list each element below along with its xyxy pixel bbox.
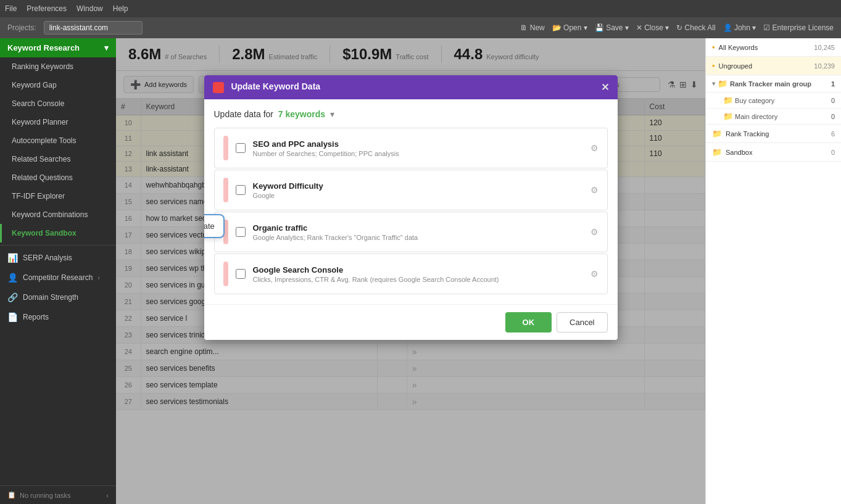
modal-cancel-btn[interactable]: Cancel — [557, 312, 607, 333]
open-btn[interactable]: 📂 Open ▾ — [552, 23, 587, 32]
sidebar-item-related-searches[interactable]: Related Searches — [0, 150, 116, 168]
sidebar-item-reports[interactable]: 📄 Reports — [0, 307, 116, 327]
option-bar-search-console — [223, 262, 228, 286]
option-desc-search-console: Clicks, Impressions, CTR & Avg. Rank (re… — [253, 276, 583, 283]
projects-dropdown[interactable]: link-assistant.com — [44, 21, 143, 35]
rank-tracking-label: Rank Tracking — [726, 130, 769, 138]
callout-choose-factors: Choose factors to update — [204, 214, 225, 238]
right-panel: ▪ All Keywords 10,245 ▪ Ungrouped 10,239… — [705, 38, 841, 504]
license-btn: ☑ Enterprise License — [763, 23, 834, 32]
new-btn[interactable]: 🗎 New — [520, 23, 544, 32]
sidebar-item-keyword-gap[interactable]: Keyword Gap — [0, 76, 116, 94]
right-panel-all-keywords[interactable]: ▪ All Keywords 10,245 — [706, 38, 841, 57]
option-title-search-console: Google Search Console — [253, 265, 583, 275]
sidebar-item-keyword-planner[interactable]: Keyword Planner — [0, 113, 116, 131]
sidebar-item-related-questions[interactable]: Related Questions — [0, 168, 116, 187]
checkbox-search-console[interactable] — [236, 269, 246, 279]
modal-subtitle-text: Update data for — [214, 109, 274, 119]
option-content-difficulty: Keyword Difficulty Google — [253, 181, 583, 199]
option-content-search-console: Google Search Console Clicks, Impression… — [253, 265, 583, 283]
modal-option-organic: Organic traffic Google Analytics; Rank T… — [214, 212, 608, 252]
projects-label: Projects: — [7, 23, 36, 32]
all-keywords-label: All Keywords — [719, 44, 758, 51]
all-keywords-count: 10,245 — [814, 44, 835, 51]
content-area: 8.6M # of Searches 2.8M Estimated traffi… — [116, 38, 705, 504]
gear-icon-difficulty[interactable]: ⚙ — [590, 185, 599, 195]
modal-header-icon — [213, 82, 224, 93]
sidebar-item-serp[interactable]: 📊 SERP Analysis — [0, 248, 116, 268]
option-bar-seo-ppc — [223, 136, 228, 160]
modal-dropdown-arrow[interactable]: ▾ — [330, 109, 334, 119]
modal-option-difficulty: Keyword Difficulty Google ⚙ — [214, 170, 608, 210]
save-btn[interactable]: 💾 Save ▾ — [595, 23, 629, 32]
gear-icon-organic[interactable]: ⚙ — [590, 227, 599, 237]
modal-subtitle: Update data for 7 keywords ▾ — [214, 109, 608, 119]
sidebar-item-autocomplete[interactable]: Autocomplete Tools — [0, 131, 116, 150]
main-directory-label-group: 📁 Main directory — [723, 112, 777, 121]
sidebar-item-search-console[interactable]: Search Console — [0, 94, 116, 113]
option-desc-seo-ppc: Number of Searches; Competition; PPC ana… — [253, 150, 583, 157]
sidebar-item-competitor[interactable]: 👤 Competitor Research › — [0, 268, 116, 287]
folder-icon-ungrouped: ▪ — [712, 61, 715, 70]
folder-icon-main-dir: 📁 — [723, 112, 733, 121]
gear-icon-seo-ppc[interactable]: ⚙ — [590, 143, 599, 153]
check-all-btn[interactable]: ↻ Check All — [676, 23, 715, 32]
checkbox-seo-ppc[interactable] — [236, 143, 246, 153]
checkbox-difficulty[interactable] — [236, 185, 246, 195]
modal-ok-btn[interactable]: OK — [505, 312, 552, 333]
modal-title: Update Keyword Data — [231, 81, 320, 91]
all-keywords-label-group: ▪ All Keywords — [712, 43, 758, 52]
main-directory-label: Main directory — [735, 113, 777, 120]
right-panel-rank-tracking[interactable]: 📁 Rank Tracking 6 — [706, 125, 841, 143]
modal-footer: OK Cancel — [204, 304, 618, 340]
buy-category-label: Buy category — [735, 97, 774, 104]
sidebar-item-sandbox[interactable]: Keyword Sandbox — [0, 224, 116, 242]
sidebar-collapse-btn[interactable]: ‹ — [106, 492, 109, 499]
buy-category-count: 0 — [831, 97, 835, 104]
option-bar-difficulty — [223, 178, 228, 202]
sidebar-section-keyword-research[interactable]: Keyword Research ▾ — [0, 38, 116, 57]
option-title-seo-ppc: SEO and PPC analysis — [253, 139, 583, 149]
modal-keyword-count: 7 keywords — [278, 109, 325, 119]
sidebar-section-arrow: ▾ — [104, 43, 109, 52]
checkbox-organic[interactable] — [236, 227, 246, 237]
modal-option-seo-ppc: SEO and PPC analysis Number of Searches;… — [214, 128, 608, 168]
projects-actions: 🗎 New 📂 Open ▾ 💾 Save ▾ ✕ Close ▾ ↻ Chec… — [520, 23, 834, 32]
sidebar-item-tfidf[interactable]: TF-IDF Explorer — [0, 187, 116, 205]
projects-bar: Projects: link-assistant.com 🗎 New 📂 Ope… — [0, 17, 841, 38]
sidebar-section-title: Keyword Research — [7, 43, 80, 52]
right-panel-sandbox[interactable]: 📁 Sandbox 0 — [706, 143, 841, 162]
rank-tracking-count: 6 — [831, 130, 835, 138]
option-content-seo-ppc: SEO and PPC analysis Number of Searches;… — [253, 139, 583, 157]
menu-preferences[interactable]: Preferences — [27, 4, 67, 13]
right-panel-main-directory[interactable]: 📁 Main directory 0 — [706, 109, 841, 125]
menu-window[interactable]: Window — [77, 4, 103, 13]
modal-header: Update Keyword Data ✕ — [204, 75, 618, 99]
user-btn[interactable]: 👤 John ▾ — [723, 23, 756, 32]
sandbox-label: Sandbox — [726, 149, 752, 156]
rank-tracker-count: 1 — [831, 80, 835, 88]
gear-icon-search-console[interactable]: ⚙ — [590, 269, 599, 279]
modal-body: Update data for 7 keywords ▾ Choose fact… — [204, 99, 618, 304]
sidebar-item-combinations[interactable]: Keyword Combinations — [0, 205, 116, 224]
menu-help[interactable]: Help — [113, 4, 128, 13]
no-tasks-icon: 📋 — [7, 491, 16, 499]
sidebar-item-ranking-keywords[interactable]: Ranking Keywords — [0, 57, 116, 76]
right-panel-buy-category[interactable]: 📁 Buy category 0 — [706, 93, 841, 109]
close-btn-project[interactable]: ✕ Close ▾ — [636, 23, 669, 32]
sandbox-label-group: 📁 Sandbox — [712, 147, 752, 157]
option-title-difficulty: Keyword Difficulty — [253, 181, 583, 191]
right-panel-rank-tracker-group[interactable]: ▾ 📁 Rank Tracker main group 1 — [706, 75, 841, 93]
right-panel-ungrouped[interactable]: ▪ Ungrouped 10,239 — [706, 57, 841, 75]
menu-bar: File Preferences Window Help — [0, 0, 841, 17]
option-desc-organic: Google Analytics; Rank Tracker's "Organi… — [253, 234, 583, 241]
sidebar-item-domain[interactable]: 🔗 Domain Strength — [0, 287, 116, 307]
main-directory-count: 0 — [831, 113, 835, 120]
expand-icon: ▾ — [712, 80, 715, 87]
menu-file[interactable]: File — [5, 4, 17, 13]
modal-options: SEO and PPC analysis Number of Searches;… — [214, 128, 608, 294]
modal-close-btn[interactable]: ✕ — [601, 81, 609, 93]
ungrouped-label: Ungrouped — [719, 62, 752, 70]
folder-icon-rank-tracker: 📁 — [718, 79, 727, 88]
main-layout: Keyword Research ▾ Ranking Keywords Keyw… — [0, 38, 841, 504]
